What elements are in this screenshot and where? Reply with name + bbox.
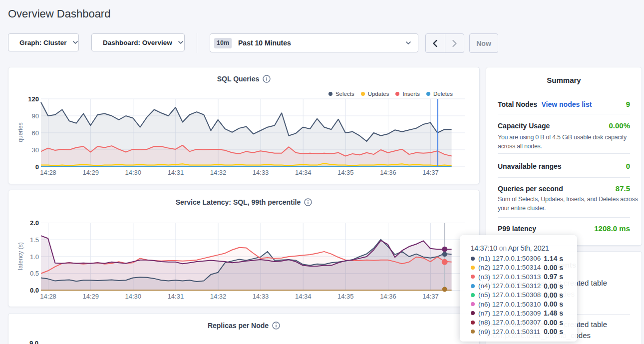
svg-text:14:29: 14:29	[82, 169, 99, 176]
svg-text:60: 60	[32, 129, 39, 137]
svg-text:14:34: 14:34	[295, 293, 312, 300]
svg-text:14:28: 14:28	[40, 169, 56, 176]
svg-text:14:32: 14:32	[210, 293, 227, 300]
svg-text:14:31: 14:31	[168, 293, 184, 300]
svg-text:14:36: 14:36	[380, 169, 396, 176]
svg-text:14:29: 14:29	[82, 293, 99, 300]
svg-text:14:31: 14:31	[168, 169, 184, 176]
svg-text:1.0: 1.0	[30, 253, 39, 261]
svg-text:14:35: 14:35	[337, 293, 354, 300]
svg-text:14:28: 14:28	[40, 293, 56, 300]
svg-text:14:30: 14:30	[125, 169, 142, 176]
svg-text:90: 90	[32, 112, 39, 120]
svg-text:2.0: 2.0	[30, 219, 39, 227]
svg-text:14:36: 14:36	[380, 293, 396, 300]
svg-text:14:32: 14:32	[210, 169, 227, 176]
svg-text:0.5: 0.5	[30, 270, 39, 277]
svg-text:14:33: 14:33	[253, 293, 269, 300]
svg-text:0.0: 0.0	[30, 287, 39, 294]
svg-text:14:33: 14:33	[253, 169, 269, 176]
svg-text:14:30: 14:30	[125, 293, 142, 300]
svg-text:14:34: 14:34	[295, 169, 312, 176]
svg-text:120: 120	[28, 95, 39, 103]
svg-text:0: 0	[35, 163, 39, 171]
svg-text:1.5: 1.5	[30, 236, 39, 244]
svg-text:14:37: 14:37	[422, 169, 439, 176]
svg-text:30: 30	[32, 146, 39, 154]
svg-text:14:37: 14:37	[422, 293, 439, 300]
svg-text:14:35: 14:35	[337, 169, 354, 176]
